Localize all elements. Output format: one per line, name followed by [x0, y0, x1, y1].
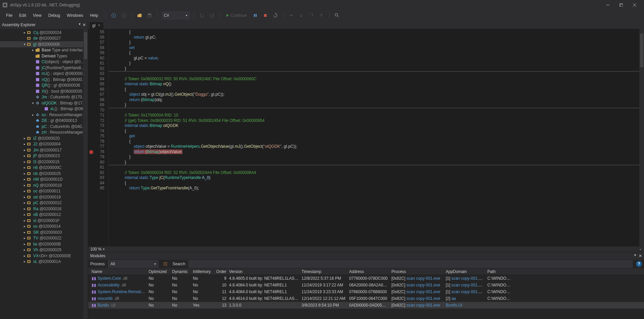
editor-hscrollbar[interactable]: ▸	[107, 247, 644, 252]
col-name[interactable]: Name	[90, 269, 147, 274]
zoom-combo[interactable]: 100 % ▾	[88, 247, 107, 252]
tree-item[interactable]: DE : gI @04000013	[0, 118, 88, 124]
tree-arrow[interactable]: ▾	[22, 43, 26, 46]
tab-close-button[interactable]: ✕	[98, 23, 101, 28]
tree-item[interactable]: ▸n6 @0200000C	[0, 165, 88, 171]
tree-arrow[interactable]: ▸	[22, 201, 26, 204]
pause-button[interactable]	[252, 12, 259, 19]
tree-item[interactable]: mJ() : object @060000…	[0, 71, 88, 77]
tree-arrow[interactable]: ▸	[31, 48, 35, 52]
menu-windows[interactable]: Windows	[63, 12, 87, 19]
tree-arrow[interactable]: ▸	[22, 242, 26, 246]
code-editor[interactable]: 5556575859606162636465666768697071727374…	[88, 29, 644, 246]
undo-button[interactable]	[198, 12, 206, 19]
tree-arrow[interactable]: ▸	[22, 225, 26, 228]
tree-item[interactable]: ▸so @02000014	[0, 224, 88, 230]
editor-tab[interactable]: gI ✕	[90, 21, 103, 29]
tree-arrow[interactable]: ▸	[22, 31, 26, 34]
step-out-button[interactable]	[308, 12, 315, 19]
tree-arrow[interactable]: ▸	[31, 113, 35, 117]
breakpoint-margin[interactable]	[88, 29, 94, 246]
tree-item[interactable]: ▸nb @02000025	[0, 171, 88, 177]
tree-item[interactable]: ▸J2 @02000004	[0, 141, 88, 147]
maximize-button[interactable]	[614, 1, 628, 9]
menu-view[interactable]: View	[30, 12, 45, 19]
help-icon[interactable]: ?	[636, 261, 642, 267]
tree-item[interactable]: ▸Base Type and Interfaces	[0, 47, 88, 53]
tree-item[interactable]: Derived Types	[0, 53, 88, 59]
tree-arrow[interactable]: ▸	[22, 260, 26, 263]
menu-help[interactable]: Help	[87, 12, 102, 19]
tree-item[interactable]: xL() : Bitmap @060…	[0, 106, 88, 112]
tree-item[interactable]: nQ() : Bitmap @06000…	[0, 77, 88, 83]
nav-forward-button[interactable]	[120, 12, 127, 19]
tree-item[interactable]: ▾otQGDK : Bitmap @17…	[0, 100, 88, 106]
stop-button[interactable]	[262, 12, 269, 19]
tree-item[interactable]: QR() : gI @06000036	[0, 83, 88, 89]
tree-arrow[interactable]: ▸	[22, 154, 26, 157]
tree-item[interactable]: zH : ResourceManager…	[0, 130, 88, 136]
menu-debug[interactable]: Debug	[45, 12, 63, 19]
step-into-button[interactable]	[287, 12, 295, 19]
tree-item[interactable]: ▸VX<Dr> @0200000E	[0, 253, 88, 259]
col-optimized[interactable]: Optimized	[147, 269, 171, 274]
tree-item[interactable]: ▸Vh @02000029	[0, 247, 88, 253]
table-row[interactable]: ▮▮ mscorlib.dllNoNoNo124.8.4614.0 built …	[88, 295, 644, 302]
tree[interactable]: ▸Cq @02000024de @02000027▾gI @02000008▸B…	[0, 29, 88, 319]
modules-table[interactable]: NameOptimizedDynamicInMemoryOrderVersion…	[88, 268, 644, 319]
tree-arrow[interactable]: ▸	[22, 189, 26, 193]
panel-close-button[interactable]: ✕	[83, 22, 86, 27]
breakpoint-icon[interactable]	[89, 150, 93, 154]
tree-item[interactable]: ▸jP @02000023	[0, 153, 88, 159]
tree-arrow[interactable]: ▸	[22, 236, 26, 240]
save-button[interactable]	[146, 12, 153, 19]
tree-arrow[interactable]: ▸	[22, 213, 26, 216]
col-address[interactable]: Address	[348, 269, 390, 274]
language-combo[interactable]: C# ▾	[162, 12, 190, 19]
tree-item[interactable]: ▸pC @0200001C	[0, 200, 88, 206]
tree-item[interactable]: ▸SR @02000003	[0, 229, 88, 235]
tree-item[interactable]: ▸sB @02000012	[0, 212, 88, 218]
col-path[interactable]: Path	[486, 269, 513, 274]
list-icon[interactable]	[162, 260, 169, 268]
tree-item[interactable]: Ct(object) : object @0…	[0, 59, 88, 65]
redo-button[interactable]	[208, 12, 216, 19]
tree-item[interactable]: ▸sI @0200001F	[0, 218, 88, 224]
tree-item[interactable]: ▸nQ @02000018	[0, 182, 88, 188]
menu-edit[interactable]: Edit	[16, 12, 30, 19]
tree-item[interactable]: XI() : bool @06000035	[0, 88, 88, 94]
tree-arrow[interactable]: ▸	[22, 207, 26, 211]
tree-arrow[interactable]: ▸	[22, 142, 26, 146]
tree-item[interactable]: ▸Cq @02000024	[0, 30, 88, 36]
tree-arrow[interactable]: ▸	[22, 231, 26, 234]
tree-arrow[interactable]: ▸	[22, 195, 26, 199]
tree-item[interactable]: ▸TV @02000022	[0, 235, 88, 241]
panel-dropdown-button[interactable]: ▼	[634, 254, 637, 258]
editor-vscrollbar[interactable]	[639, 29, 644, 246]
menu-file[interactable]: File	[3, 12, 16, 19]
table-row[interactable]: ▮▮ Accessibility.dllNoNoNo104.8.4084.0 b…	[88, 282, 644, 288]
col-order[interactable]: Order	[214, 269, 228, 274]
tree-item[interactable]: ▸tw @0200000B	[0, 241, 88, 247]
tree-item[interactable]: de @02000027	[0, 36, 88, 42]
step-up-button[interactable]	[318, 12, 325, 19]
tree-arrow[interactable]: ▸	[22, 166, 26, 169]
tree-arrow[interactable]: ▸	[22, 254, 26, 258]
continue-button[interactable]: Continue	[224, 13, 249, 18]
tree-arrow[interactable]: ▾	[31, 101, 35, 105]
tree-item[interactable]: Jm : CultureInfo @170…	[0, 94, 88, 100]
tree-arrow[interactable]: ▸	[22, 160, 26, 164]
panel-dropdown-button[interactable]: ▼	[78, 22, 81, 27]
panel-close-button[interactable]: ✕	[639, 254, 642, 258]
col-dynamic[interactable]: Dynamic	[171, 269, 192, 274]
tree-item[interactable]: ▸nM @0200001D	[0, 177, 88, 183]
tree-item[interactable]: ▸od @02000019	[0, 194, 88, 200]
nav-back-button[interactable]	[110, 12, 117, 19]
tree-arrow[interactable]: ▸	[22, 137, 26, 140]
col-inmemory[interactable]: InMemory	[192, 269, 214, 274]
table-row[interactable]: ▮▮ Bunifu.UINoNoYes131.3.0.03/9/2023 8:5…	[88, 302, 644, 309]
table-row[interactable]: ▮▮ System.Runtime.Remoti…NoNoNo114.8.408…	[88, 288, 644, 295]
tree-arrow[interactable]: ▸	[22, 172, 26, 175]
tree-item[interactable]: ▸Ra @02000016	[0, 206, 88, 212]
table-row[interactable]: ▮▮ System.Core.dllNoNoNo94.8.4605.0 buil…	[88, 275, 644, 282]
